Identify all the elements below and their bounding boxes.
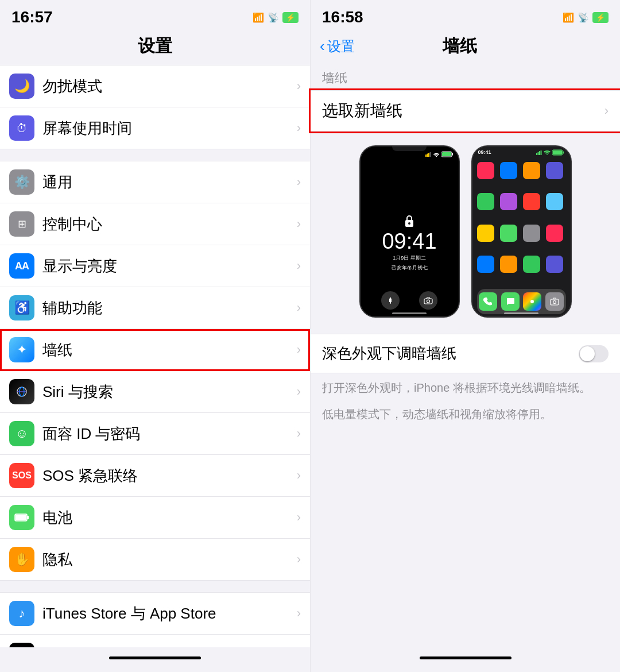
general-icon: ⚙️	[9, 169, 34, 195]
left-home-area	[0, 647, 310, 672]
right-home-area	[311, 647, 620, 672]
left-status-icons: 📶 📡 ⚡	[253, 12, 299, 23]
lock-date2: 己亥年冬月初七	[392, 264, 428, 272]
lock-screen-preview[interactable]: 09:41 1月9日 星期二 己亥年冬月初七	[359, 145, 460, 318]
dark-wallpaper-desc2: 低电量模式下，动态墙纸和视角缩放将停用。	[311, 400, 620, 426]
dark-wallpaper-label: 深色外观下调暗墙纸	[322, 343, 456, 364]
control-center-label: 控制中心	[42, 214, 292, 234]
siri-chevron: ›	[297, 384, 301, 399]
home-status-bar: 09:41	[472, 146, 571, 159]
general-label: 通用	[42, 172, 292, 192]
flashlight-icon	[381, 291, 400, 310]
wallpaper-chevron: ›	[297, 342, 301, 357]
signal-icon: 📶	[253, 12, 264, 23]
display-label: 显示与亮度	[42, 256, 292, 276]
svg-point-18	[408, 222, 410, 225]
settings-item-battery[interactable]: 电池 ›	[0, 497, 310, 539]
sos-label: SOS 紧急联络	[42, 466, 292, 486]
wifi-icon: 📡	[268, 12, 279, 23]
siri-label: Siri 与搜索	[42, 382, 292, 402]
settings-item-screen-time[interactable]: ⏱ 屏幕使用时间 ›	[0, 107, 310, 149]
face-id-chevron: ›	[297, 426, 301, 441]
wallpaper-icon: ✦	[9, 337, 34, 362]
battery-label: 电池	[42, 508, 292, 528]
screen-time-chevron: ›	[297, 121, 301, 136]
app-icon-12	[546, 225, 563, 242]
itunes-label: iTunes Store 与 App Store	[42, 604, 292, 624]
settings-item-display[interactable]: AA 显示与亮度 ›	[0, 245, 310, 287]
left-time: 16:57	[11, 8, 53, 26]
settings-item-sos[interactable]: SOS SOS 紧急联络 ›	[0, 455, 310, 497]
settings-item-accessibility[interactable]: ♿ 辅助功能 ›	[0, 287, 310, 329]
right-panel: 16:58 📶 📡 ⚡ ‹ 设置 墙纸 墙纸 选取新墙纸 ›	[310, 0, 620, 672]
app-icon-11	[523, 225, 540, 242]
svg-rect-20	[424, 299, 432, 304]
dock-phone	[479, 292, 497, 311]
lock-screen: 09:41 1月9日 星期二 己亥年冬月初七	[361, 146, 459, 316]
app-icon-9	[477, 225, 494, 242]
settings-item-control-center[interactable]: ⊞ 控制中心 ›	[0, 203, 310, 245]
wallpaper-section-label: 墙纸	[311, 65, 620, 90]
dock-messages	[501, 292, 520, 311]
lock-time: 09:41	[382, 230, 436, 252]
settings-item-privacy[interactable]: ✋ 隐私 ›	[0, 539, 310, 580]
left-nav-title: 设置	[0, 30, 310, 65]
app-icon-10	[500, 225, 517, 242]
control-center-chevron: ›	[297, 217, 301, 231]
app-icon-16	[546, 256, 563, 273]
home-time: 09:41	[478, 149, 491, 156]
app-icon-5	[477, 193, 494, 210]
settings-section-2: ⚙️ 通用 › ⊞ 控制中心 › AA 显示与亮度 › ♿ 辅助功能 › ✦ 墙	[0, 161, 310, 581]
right-signal-icon: 📶	[563, 12, 574, 23]
settings-list: 🌙 勿扰模式 › ⏱ 屏幕使用时间 › ⚙️ 通用 › ⊞ 控制中心 ›	[0, 65, 310, 647]
privacy-chevron: ›	[297, 552, 301, 567]
left-status-bar: 16:57 📶 📡 ⚡	[0, 0, 310, 30]
home-home-indicator	[504, 312, 538, 314]
display-chevron: ›	[297, 258, 301, 273]
dock-photos	[523, 292, 541, 311]
back-button[interactable]: ‹ 设置	[320, 37, 355, 56]
app-icon-13	[477, 256, 494, 273]
dark-wallpaper-row: 深色外观下调暗墙纸	[311, 334, 620, 373]
wallet-icon	[9, 643, 34, 647]
svg-rect-23	[537, 152, 538, 155]
settings-item-itunes[interactable]: ♪ iTunes Store 与 App Store ›	[0, 593, 310, 635]
settings-item-general[interactable]: ⚙️ 通用 ›	[0, 161, 310, 203]
accessibility-icon: ♿	[9, 295, 34, 320]
dock-camera	[545, 292, 564, 311]
svg-rect-11	[428, 153, 429, 157]
app-icon-15	[523, 256, 540, 273]
accessibility-label: 辅助功能	[42, 298, 292, 318]
svg-rect-29	[553, 150, 562, 155]
svg-rect-5	[16, 515, 26, 520]
face-id-icon: ☺	[9, 421, 34, 446]
settings-item-siri[interactable]: Siri 与搜索 ›	[0, 371, 310, 413]
app-icon-4	[546, 162, 563, 179]
wallpaper-preview: 09:41 1月9日 星期二 己亥年冬月初七 09:41	[311, 132, 620, 331]
itunes-chevron: ›	[297, 606, 301, 621]
lock-status-icons	[425, 151, 454, 157]
select-wallpaper-row[interactable]: 选取新墙纸 ›	[311, 90, 620, 132]
svg-point-32	[553, 301, 556, 304]
screen-time-icon: ⏱	[9, 115, 34, 141]
left-panel: 16:57 📶 📡 ⚡ 设置 🌙 勿扰模式 › ⏱ 屏幕使用时间 ›	[0, 0, 310, 672]
do-not-disturb-chevron: ›	[297, 79, 301, 94]
battery-chevron: ›	[297, 510, 301, 525]
do-not-disturb-icon: 🌙	[9, 74, 34, 99]
camera-lock-icon	[419, 291, 437, 310]
siri-icon	[9, 379, 34, 404]
app-icon-3	[523, 162, 540, 179]
accessibility-chevron: ›	[297, 300, 301, 315]
settings-item-wallpaper[interactable]: ✦ 墙纸 ›	[0, 329, 310, 371]
home-screen-preview[interactable]: 09:41	[471, 145, 572, 318]
toggle-thumb	[580, 346, 595, 361]
settings-item-wallet[interactable]: 钱包与 Apple Pay ›	[0, 635, 310, 647]
lock-date1: 1月9日 星期二	[393, 254, 426, 262]
display-icon: AA	[9, 253, 34, 279]
control-center-icon: ⊞	[9, 211, 34, 237]
settings-item-do-not-disturb[interactable]: 🌙 勿扰模式 ›	[0, 65, 310, 107]
app-icon-1	[477, 162, 494, 179]
settings-item-face-id[interactable]: ☺ 面容 ID 与密码 ›	[0, 413, 310, 455]
dark-wallpaper-toggle[interactable]	[579, 345, 609, 362]
right-status-bar: 16:58 📶 📡 ⚡	[311, 0, 620, 30]
